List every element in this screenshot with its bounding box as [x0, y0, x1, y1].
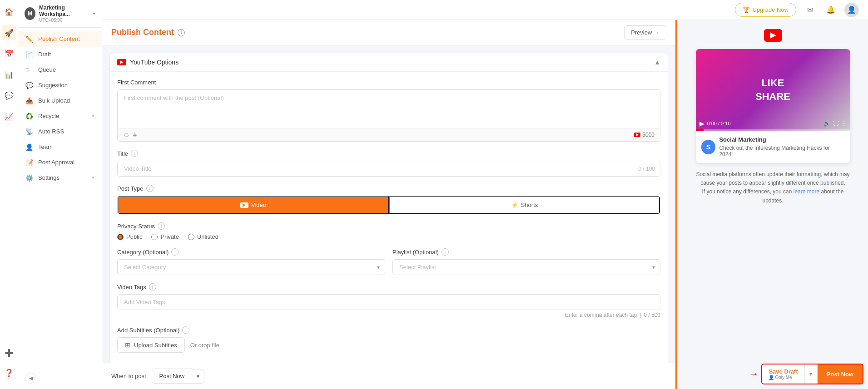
hashtag-icon[interactable]: # — [133, 131, 137, 138]
center-panel: Publish Content i Preview → — [102, 20, 675, 389]
progress-bar-background — [696, 129, 850, 131]
privacy-public-option[interactable]: Public — [117, 233, 142, 240]
playlist-info-icon[interactable]: i — [441, 248, 449, 256]
channel-name: Social Marketing — [719, 136, 844, 143]
sidebar-item-label: Post Approval — [38, 159, 74, 166]
when-to-post-label: When to post — [111, 373, 146, 379]
privacy-unlisted-option[interactable]: Unlisted — [188, 233, 218, 240]
video-tags-input[interactable] — [117, 294, 660, 310]
preview-button[interactable]: Preview → — [624, 25, 666, 39]
user-avatar-icon[interactable]: 👤 — [844, 3, 859, 17]
upload-subtitles-button[interactable]: ⊞ Upload Subtitles — [117, 337, 185, 353]
sidebar-item-auto-rss[interactable]: 📡 Auto RSS — [18, 124, 102, 139]
youtube-form: First Comment ☺ # — [110, 71, 668, 363]
save-draft-label: Save Draft — [769, 368, 798, 375]
video-progress — [696, 129, 850, 131]
privacy-private-radio[interactable] — [151, 234, 158, 240]
fullscreen-icon[interactable]: ⛶ — [833, 120, 838, 127]
privacy-unlisted-label: Unlisted — [197, 233, 218, 240]
publish-content-icon: ✏️ — [25, 35, 34, 43]
emoji-icon[interactable]: ☺ — [123, 131, 129, 138]
sidebar-item-settings[interactable]: ⚙️ Settings ▾ — [18, 170, 102, 186]
tags-hint: Enter a comma after each tag | 0 / 500 — [117, 312, 660, 318]
sidebar-icon-help[interactable]: ❓ — [2, 365, 16, 380]
title-input[interactable] — [117, 161, 660, 177]
privacy-info-icon[interactable]: i — [158, 222, 165, 230]
bulk-upload-icon: 📤 — [25, 97, 34, 104]
post-now-option[interactable]: Post Now — [152, 369, 193, 384]
sidebar-item-team[interactable]: 👤 Team — [18, 139, 102, 155]
sidebar-item-post-approval[interactable]: 📝 Post Approval — [18, 155, 102, 170]
privacy-public-radio[interactable] — [117, 234, 124, 240]
tags-hint-text: Enter a comma after each tag — [565, 312, 637, 318]
collapse-sidebar-button[interactable]: ◀ — [25, 373, 36, 384]
tags-count: 0 / 500 — [644, 312, 660, 318]
privacy-unlisted-radio[interactable] — [188, 234, 194, 240]
messages-icon[interactable]: ✉ — [803, 3, 817, 17]
first-comment-textarea-wrapper: ☺ # 5000 — [117, 89, 660, 142]
learn-more-link[interactable]: learn more — [794, 188, 819, 195]
title-info-icon[interactable]: i — [131, 150, 138, 157]
tags-info-icon[interactable]: i — [149, 283, 156, 291]
upgrade-button[interactable]: 🏆 Upgrade Now — [735, 3, 797, 17]
privacy-private-option[interactable]: Private — [151, 233, 179, 240]
page-title: Publish Content — [111, 28, 174, 37]
first-comment-textarea[interactable] — [118, 90, 660, 126]
play-button-icon[interactable]: ▶ — [699, 120, 704, 127]
sidebar-icon-publish[interactable]: 🚀 — [2, 25, 16, 40]
topbar-right: 🏆 Upgrade Now ✉ 🔔 👤 — [735, 3, 859, 17]
category-info-icon[interactable]: i — [171, 248, 179, 256]
workspace-avatar: M — [25, 7, 35, 20]
video-time-display: 0:00 / 0:10 — [707, 121, 731, 126]
post-when-dropdown-arrow[interactable]: ▾ — [192, 369, 204, 384]
volume-icon[interactable]: 🔊 — [823, 120, 830, 127]
workspace-header[interactable]: M Marketing Workshpa... UTC+05:00 ▾ — [18, 0, 102, 28]
sidebar-icon-calendar[interactable]: 📅 — [2, 46, 16, 61]
sidebar-item-recycle[interactable]: ♻️ Recycle ▾ — [18, 108, 102, 124]
sidebar-item-label: Publish Content — [38, 35, 80, 42]
save-draft-dropdown-arrow[interactable]: ▾ — [805, 364, 818, 384]
workspace-chevron-icon[interactable]: ▾ — [93, 10, 95, 17]
sidebar-item-label: Suggestion — [38, 82, 68, 89]
title-char-count: 0 / 100 — [638, 166, 655, 172]
video-type-button[interactable]: Video — [118, 196, 389, 214]
sidebar-item-draft[interactable]: 📄 Draft — [18, 47, 102, 62]
video-thumbnail: LIKE SHARE ▶ — [696, 49, 850, 131]
category-group: Category (Optional) i Select Category ▾ — [117, 248, 385, 275]
page-title-info-icon[interactable]: i — [178, 29, 185, 36]
sidebar-icon-home[interactable]: 🏠 — [2, 5, 16, 19]
privacy-private-label: Private — [160, 233, 179, 240]
sidebar-icon-listen[interactable]: 📈 — [2, 109, 16, 123]
sidebar-item-publish-content[interactable]: ✏️ Publish Content — [18, 31, 102, 47]
sidebar-item-label: Auto RSS — [38, 128, 64, 135]
section-collapse-icon[interactable]: ▲ — [654, 59, 660, 66]
notifications-icon[interactable]: 🔔 — [823, 3, 838, 17]
preview-label: Preview → — [631, 29, 660, 36]
youtube-section-header[interactable]: YouTube Options ▲ — [110, 53, 668, 71]
save-draft-button[interactable]: Save Draft 👤 Only Me — [762, 364, 804, 384]
sidebar-item-suggestion[interactable]: 💬 Suggestion — [18, 78, 102, 93]
post-now-button[interactable]: Post Now — [818, 364, 863, 384]
sidebar-nav: ✏️ Publish Content 📄 Draft ≡ Queue 💬 Sug… — [18, 28, 102, 367]
subtitles-info-icon[interactable]: i — [182, 326, 189, 334]
first-comment-group: First Comment ☺ # — [117, 79, 660, 142]
textarea-footer: ☺ # 5000 — [118, 128, 660, 141]
sidebar-item-queue[interactable]: ≡ Queue — [18, 62, 102, 78]
save-draft-sublabel: 👤 Only Me — [769, 375, 798, 380]
shorts-type-button[interactable]: ⚡ Shorts — [389, 196, 660, 214]
post-type-info-icon[interactable]: i — [146, 185, 154, 192]
shorts-icon: ⚡ — [511, 202, 518, 208]
more-options-icon[interactable]: ⋮ — [841, 120, 847, 127]
when-to-post-bar: When to post Post Now ▾ — [102, 363, 675, 389]
sidebar-icon-add[interactable]: ➕ — [2, 345, 16, 360]
topbar: 🏆 Upgrade Now ✉ 🔔 👤 — [102, 0, 868, 20]
title-input-wrapper: 0 / 100 — [117, 161, 660, 177]
sidebar-icon-analytics[interactable]: 📊 — [2, 67, 16, 82]
video-info: S Social Marketing Check out the Interes… — [696, 131, 850, 163]
sidebar-icon-engage[interactable]: 💬 — [2, 88, 16, 103]
playlist-select[interactable]: Select Playlist — [392, 259, 660, 275]
sidebar-item-bulk-upload[interactable]: 📤 Bulk Upload — [18, 93, 102, 108]
category-select-wrapper: Select Category ▾ — [117, 259, 385, 275]
category-select[interactable]: Select Category — [117, 259, 385, 275]
settings-chevron-icon: ▾ — [92, 175, 94, 181]
